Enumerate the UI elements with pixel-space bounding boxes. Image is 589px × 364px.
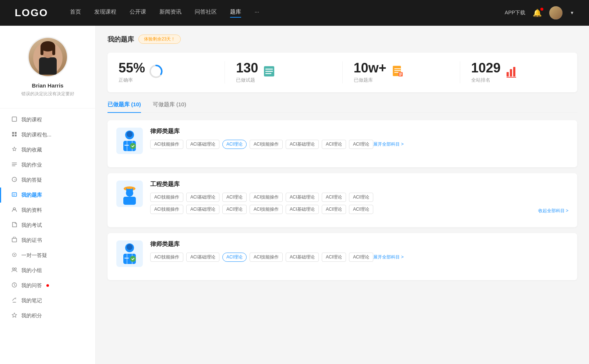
tag-1-r2-2[interactable]: ACI理论 <box>222 205 247 214</box>
main-content: 我的题库 体验剩余23天！ 55% 正确率 130 已做试题 10w+ 已做题库… <box>96 26 589 364</box>
qbank-name-1: 工程类题库 <box>150 181 568 188</box>
page-layout: Brian Harris 错误的决定比没有决定要好 我的课程我的课程包...我的… <box>0 26 589 364</box>
menu-label-9: 一对一答疑 <box>21 252 47 259</box>
sidebar-menu-item-3[interactable]: 我的作业 <box>0 157 95 172</box>
tags-row-2: ACI技能操作ACI基础理论ACI理论ACI技能操作ACI基础理论ACI理论AC… <box>150 253 403 262</box>
tag-2-3[interactable]: ACI技能操作 <box>250 253 283 262</box>
sidebar-menu-item-10[interactable]: 我的小组 <box>0 263 95 278</box>
svg-point-41 <box>130 256 136 262</box>
sidebar-menu-item-9[interactable]: 一对一答疑 <box>0 248 95 263</box>
tag-0-5[interactable]: ACI理论 <box>322 140 346 149</box>
tag-1-r1-1[interactable]: ACI基础理论 <box>186 193 219 202</box>
sidebar-menu-item-12[interactable]: 我的笔记 <box>0 293 95 308</box>
sidebar-menu-item-7[interactable]: 我的考试 <box>0 218 95 233</box>
sidebar-menu-item-13[interactable]: 我的积分 <box>0 308 95 323</box>
tag-2-6[interactable]: ACI理论 <box>349 253 373 262</box>
menu-icon-5 <box>11 192 18 199</box>
nav-link[interactable]: 发现课程 <box>94 8 116 18</box>
tag-0-4[interactable]: ACI基础理论 <box>286 140 319 149</box>
qbank-card-top-0: 律师类题库 ACI技能操作ACI基础理论ACI理论ACI技能操作ACI基础理论A… <box>116 128 568 154</box>
sidebar: Brian Harris 错误的决定比没有决定要好 我的课程我的课程包...我的… <box>0 26 96 364</box>
qbank-card-top-2: 律师类题库 ACI技能操作ACI基础理论ACI理论ACI技能操作ACI基础理论A… <box>116 240 568 267</box>
tag-1-r1-5[interactable]: ACI理论 <box>322 193 346 202</box>
stats-row: 55% 正确率 130 已做试题 10w+ 已做题库 1029 全站排名 <box>107 53 577 92</box>
profile-motto: 错误的决定比没有决定要好 <box>21 91 74 97</box>
stat-item-0: 55% 正确率 <box>107 61 225 83</box>
nav-link[interactable]: ··· <box>254 8 259 18</box>
tag-1-r1-4[interactable]: ACI基础理论 <box>286 193 319 202</box>
qbank-info-2: 律师类题库 ACI技能操作ACI基础理论ACI理论ACI技能操作ACI基础理论A… <box>150 240 403 262</box>
logo[interactable]: LOGO <box>15 7 48 19</box>
svg-rect-9 <box>15 132 17 134</box>
collapse-link-1[interactable]: 收起全部科目 > <box>538 208 568 214</box>
app-download-link[interactable]: APP下载 <box>505 10 525 16</box>
tags-flex-0: ACI技能操作ACI基础理论ACI理论ACI技能操作ACI基础理论ACI理论AC… <box>150 140 373 149</box>
tag-1-r1-0[interactable]: ACI技能操作 <box>150 193 183 202</box>
svg-rect-28 <box>513 67 515 76</box>
nav-link[interactable]: 首页 <box>70 8 81 18</box>
tag-1-r2-5[interactable]: ACI理论 <box>322 205 346 214</box>
tab-item-0[interactable]: 已做题库 (10) <box>107 101 141 113</box>
nav-link[interactable]: 问答社区 <box>195 8 217 18</box>
sidebar-menu-item-11[interactable]: 我的问答 <box>0 278 95 293</box>
tag-1-r1-3[interactable]: ACI技能操作 <box>250 193 283 202</box>
sidebar-menu-item-0[interactable]: 我的课程 <box>0 112 95 127</box>
stat-text-3: 1029 全站排名 <box>471 61 501 83</box>
svg-rect-37 <box>127 188 133 189</box>
menu-label-12: 我的笔记 <box>21 297 42 304</box>
nav-link[interactable]: 新闻资讯 <box>159 8 181 18</box>
tag-0-3[interactable]: ACI技能操作 <box>250 140 283 149</box>
tag-0-2[interactable]: ACI理论 <box>222 140 247 149</box>
menu-icon-10 <box>11 267 18 274</box>
nav-link[interactable]: 公开课 <box>130 8 146 18</box>
tag-0-0[interactable]: ACI技能操作 <box>150 140 183 149</box>
menu-icon-3 <box>11 161 18 168</box>
tag-1-r1-2[interactable]: ACI理论 <box>222 193 247 202</box>
menu-label-8: 我的证书 <box>21 237 42 244</box>
tab-item-1[interactable]: 可做题库 (10) <box>153 101 186 113</box>
tag-2-1[interactable]: ACI基础理论 <box>186 253 219 262</box>
avatar[interactable] <box>549 6 562 19</box>
stat-icon-1 <box>262 65 276 81</box>
menu-icon-2 <box>11 146 18 153</box>
stat-icon-3 <box>505 65 518 81</box>
tag-2-4[interactable]: ACI基础理论 <box>286 253 319 262</box>
sidebar-menu-item-5[interactable]: 我的题库 <box>0 188 95 203</box>
sidebar-menu-item-4[interactable]: ?我的答疑 <box>0 172 95 188</box>
tag-0-6[interactable]: ACI理论 <box>349 140 373 149</box>
svg-rect-6 <box>52 46 55 55</box>
navbar-right: APP下载 🔔 ▼ <box>505 6 574 19</box>
svg-point-32 <box>130 143 136 149</box>
menu-label-5: 我的题库 <box>21 192 42 199</box>
svg-point-18 <box>15 268 17 270</box>
qbank-icon-1 <box>116 181 143 207</box>
svg-point-39 <box>127 244 133 250</box>
stat-item-2: 10w+ 已做题库 <box>343 61 460 83</box>
svg-point-17 <box>13 268 14 270</box>
expand-link-0[interactable]: 展开全部科目 > <box>373 141 403 147</box>
tag-0-1[interactable]: ACI基础理论 <box>186 140 219 149</box>
tag-1-r1-6[interactable]: ACI理论 <box>349 193 373 202</box>
sidebar-menu-item-1[interactable]: 我的课程包... <box>0 127 95 142</box>
tag-1-r2-3[interactable]: ACI技能操作 <box>250 205 283 214</box>
tag-1-r2-1[interactable]: ACI基础理论 <box>186 205 219 214</box>
qbank-icon-0 <box>116 128 143 154</box>
stat-value-0: 55% <box>119 61 145 75</box>
sidebar-divider <box>0 108 95 108</box>
stat-value-2: 10w+ <box>354 61 387 75</box>
tag-2-2[interactable]: ACI理论 <box>222 253 247 262</box>
tag-2-0[interactable]: ACI技能操作 <box>150 253 183 262</box>
sidebar-menu-item-8[interactable]: 我的证书 <box>0 233 95 248</box>
tag-1-r2-4[interactable]: ACI基础理论 <box>286 205 319 214</box>
tag-2-5[interactable]: ACI理论 <box>322 253 346 262</box>
sidebar-menu-item-2[interactable]: 我的收藏 <box>0 142 95 157</box>
notification-bell[interactable]: 🔔 <box>533 8 542 17</box>
tag-1-r2-6[interactable]: ACI理论 <box>349 205 373 214</box>
tags-flex2-1: ACI技能操作ACI基础理论ACI理论ACI技能操作ACI基础理论ACI理论AC… <box>150 205 535 214</box>
expand-link-2[interactable]: 展开全部科目 > <box>373 254 403 260</box>
dropdown-chevron[interactable]: ▼ <box>570 10 574 15</box>
sidebar-menu-item-6[interactable]: 我的资料 <box>0 203 95 218</box>
avatar-image <box>549 6 562 19</box>
nav-link[interactable]: 题库 <box>230 8 241 18</box>
tag-1-r2-0[interactable]: ACI技能操作 <box>150 205 183 214</box>
